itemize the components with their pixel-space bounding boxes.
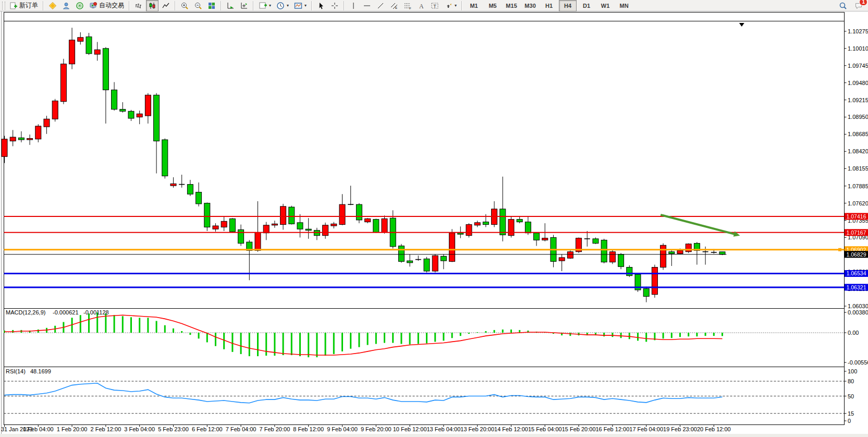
rsi-panel-area[interactable] [4, 367, 845, 425]
time-axis[interactable] [4, 425, 845, 434]
macd-panel-area[interactable] [4, 309, 845, 367]
chart-canvas: 1.102751.100101.097451.094801.092151.089… [0, 0, 868, 437]
mt4-terminal-window: { "toolbar": { "new_order_label": "新订单",… [0, 0, 868, 437]
window-bottom-edge [0, 434, 868, 437]
price-axis[interactable] [845, 21, 868, 425]
chart-svg: 1.102751.100101.097451.094801.092151.089… [0, 0, 868, 437]
chart-plot-area[interactable] [4, 21, 845, 309]
